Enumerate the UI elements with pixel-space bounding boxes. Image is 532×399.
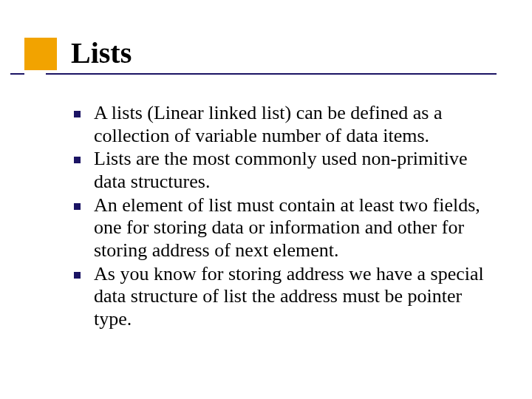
- list-item-text: Lists are the most commonly used non-pri…: [94, 148, 502, 193]
- square-bullet-icon: [74, 157, 81, 163]
- slide-title: Lists: [71, 35, 132, 70]
- list-item-text: A lists (Linear linked list) can be defi…: [94, 102, 502, 147]
- title-underline: [46, 73, 497, 75]
- list-item: As you know for storing address we have …: [74, 263, 502, 331]
- slide: Lists A lists (Linear linked list) can b…: [0, 0, 532, 399]
- square-bullet-icon: [74, 272, 81, 279]
- square-bullet-icon: [74, 203, 81, 210]
- list-item: A lists (Linear linked list) can be defi…: [74, 102, 502, 147]
- title-accent-square: [24, 38, 57, 70]
- list-item-text: An element of list must contain at least…: [94, 194, 502, 262]
- list-item: Lists are the most commonly used non-pri…: [74, 148, 502, 193]
- list-item-text: As you know for storing address we have …: [94, 263, 502, 331]
- body-content: A lists (Linear linked list) can be defi…: [74, 102, 502, 332]
- square-bullet-icon: [74, 111, 81, 117]
- title-underline-stub: [10, 73, 24, 75]
- list-item: An element of list must contain at least…: [74, 194, 502, 262]
